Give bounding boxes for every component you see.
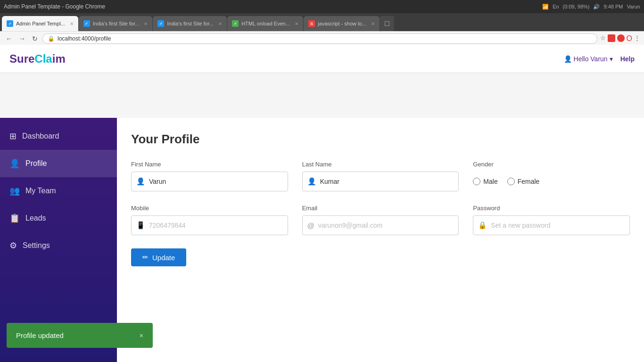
mobile-input[interactable] bbox=[149, 222, 283, 229]
tab-admin-panel[interactable]: ✓ Admin Panel Templ... ✕ bbox=[2, 16, 78, 31]
gender-male-option[interactable]: Male bbox=[473, 178, 497, 185]
sidebar-label-dashboard: Dashboard bbox=[22, 132, 59, 140]
tab-label-3: HTML onload Even... bbox=[241, 21, 290, 26]
email-input[interactable] bbox=[318, 222, 454, 229]
dropdown-arrow-icon: ▾ bbox=[610, 55, 613, 63]
update-button[interactable]: ✏ Update bbox=[131, 248, 186, 266]
tab-js[interactable]: S javascript - show lo... ✕ bbox=[304, 16, 380, 31]
leads-icon: 📋 bbox=[9, 213, 20, 223]
last-name-person-icon: 👤 bbox=[307, 177, 316, 186]
user-greeting-button[interactable]: 👤 Hello Varun ▾ bbox=[564, 55, 613, 63]
page-title: Your Profile bbox=[131, 132, 630, 147]
user-name: Varun bbox=[627, 4, 640, 9]
gender-male-radio[interactable] bbox=[473, 178, 480, 185]
sidebar-item-dashboard[interactable]: ⊞ Dashboard bbox=[0, 123, 117, 150]
sidebar-item-settings[interactable]: ⚙ Settings bbox=[0, 232, 117, 259]
lock-icon: 🔒 bbox=[478, 221, 487, 230]
form-row-2: Mobile 📱 Email @ Password 🔒 bbox=[131, 205, 630, 235]
email-input-wrapper: @ bbox=[302, 215, 459, 235]
browser-title: Admin Panel Template - Google Chrome bbox=[4, 3, 105, 10]
main-content: Your Profile First Name 👤 Last Name 👤 Ge… bbox=[117, 118, 644, 362]
password-input[interactable] bbox=[491, 222, 625, 229]
sidebar-label-myteam: My Team bbox=[25, 187, 56, 195]
tab-india-2[interactable]: ✓ India's first Site for... ✕ bbox=[153, 16, 227, 31]
gender-label: Gender bbox=[473, 161, 630, 168]
sidebar-label-settings: Settings bbox=[23, 241, 50, 250]
ext-icon-2[interactable] bbox=[617, 34, 625, 42]
gender-female-radio[interactable] bbox=[507, 178, 515, 185]
first-name-label: First Name bbox=[131, 161, 288, 168]
toast-close-button[interactable]: × bbox=[140, 332, 143, 339]
ext-icon-opera[interactable]: O bbox=[627, 34, 632, 43]
last-name-input-wrapper: 👤 bbox=[302, 172, 459, 191]
lang-indicator: En bbox=[553, 4, 559, 9]
form-group-mobile: Mobile 📱 bbox=[131, 205, 288, 235]
sidebar-item-leads[interactable]: 📋 Leads bbox=[0, 205, 117, 232]
tab-close-0[interactable]: ✕ bbox=[70, 21, 74, 26]
tab-new[interactable]: □ bbox=[380, 16, 394, 31]
mobile-input-wrapper: 📱 bbox=[131, 215, 288, 235]
tab-favicon-4: S bbox=[308, 20, 315, 27]
battery-info: (0:09, 98%) bbox=[563, 4, 590, 9]
greeting-text: Hello Varun bbox=[574, 55, 608, 63]
sidebar-label-leads: Leads bbox=[25, 214, 46, 222]
time-display: 9:48 PM bbox=[603, 4, 623, 9]
form-group-firstname: First Name 👤 bbox=[131, 161, 288, 191]
tab-label-2: India's first Site for... bbox=[167, 21, 214, 26]
first-name-input[interactable] bbox=[149, 178, 283, 185]
sidebar-item-myteam[interactable]: 👥 My Team bbox=[0, 177, 117, 205]
back-button[interactable]: ← bbox=[4, 34, 14, 43]
volume-icon: 🔊 bbox=[593, 4, 600, 10]
email-label: Email bbox=[302, 205, 459, 212]
tab-favicon-1: ✓ bbox=[83, 20, 90, 27]
title-bar-icons: 📶 En (0:09, 98%) 🔊 9:48 PM Varun bbox=[542, 4, 640, 10]
brand-logo: SureClaim bbox=[9, 52, 66, 66]
first-name-input-wrapper: 👤 bbox=[131, 172, 288, 191]
tab-close-4[interactable]: ✕ bbox=[371, 21, 375, 26]
tab-label-1: India's first Site for... bbox=[93, 21, 140, 26]
forward-button[interactable]: → bbox=[17, 34, 27, 43]
url-box[interactable]: 🔒 localhost:4000/profile bbox=[42, 33, 597, 44]
help-link[interactable]: Help bbox=[620, 55, 635, 63]
gender-female-label: Female bbox=[518, 178, 540, 185]
gender-female-option[interactable]: Female bbox=[507, 178, 540, 185]
top-nav: SureClaim 👤 Hello Varun ▾ Help bbox=[0, 45, 644, 73]
sidebar-item-profile[interactable]: 👤 Profile bbox=[0, 150, 117, 177]
myteam-icon: 👥 bbox=[9, 186, 20, 196]
tab-india-1[interactable]: ✓ India's first Site for... ✕ bbox=[79, 16, 153, 31]
form-row-1: First Name 👤 Last Name 👤 Gender bbox=[131, 161, 630, 191]
url-text: localhost:4000/profile bbox=[58, 35, 111, 42]
tab-label-4: javascript - show lo... bbox=[318, 21, 366, 26]
reload-button[interactable]: ↻ bbox=[30, 34, 40, 43]
tab-html[interactable]: ✓ HTML onload Even... ✕ bbox=[227, 16, 303, 31]
tab-favicon-2: ✓ bbox=[157, 20, 164, 27]
menu-button[interactable]: ⋮ bbox=[634, 34, 640, 43]
toast-notification: Profile updated × bbox=[7, 323, 153, 348]
url-action-icons: ☆ O ⋮ bbox=[600, 34, 640, 43]
form-group-lastname: Last Name 👤 bbox=[302, 161, 459, 191]
at-icon: @ bbox=[307, 222, 314, 230]
ext-icon-1[interactable] bbox=[608, 34, 615, 42]
toast-message: Profile updated bbox=[16, 331, 64, 339]
edit-icon: ✏ bbox=[142, 253, 149, 262]
tab-close-3[interactable]: ✕ bbox=[295, 21, 298, 26]
profile-icon: 👤 bbox=[9, 158, 20, 169]
dashboard-icon: ⊞ bbox=[9, 131, 17, 141]
settings-icon: ⚙ bbox=[9, 240, 17, 251]
gender-male-label: Male bbox=[483, 178, 497, 185]
last-name-label: Last Name bbox=[302, 161, 459, 168]
mobile-label: Mobile bbox=[131, 205, 288, 212]
form-group-email: Email @ bbox=[302, 205, 459, 235]
update-btn-label: Update bbox=[152, 254, 175, 262]
tab-favicon-3: ✓ bbox=[232, 20, 239, 27]
tab-close-1[interactable]: ✕ bbox=[144, 21, 148, 26]
address-bar: ← → ↻ 🔒 localhost:4000/profile ☆ O ⋮ bbox=[0, 31, 644, 45]
top-nav-right: 👤 Hello Varun ▾ Help bbox=[564, 55, 635, 63]
first-name-person-icon: 👤 bbox=[136, 177, 145, 186]
last-name-input[interactable] bbox=[320, 178, 454, 185]
star-icon[interactable]: ☆ bbox=[600, 34, 606, 43]
tab-label-0: Admin Panel Templ... bbox=[16, 21, 65, 26]
title-bar: Admin Panel Template - Google Chrome 📶 E… bbox=[0, 0, 644, 13]
password-label: Password bbox=[473, 205, 630, 212]
tab-close-2[interactable]: ✕ bbox=[218, 21, 222, 26]
